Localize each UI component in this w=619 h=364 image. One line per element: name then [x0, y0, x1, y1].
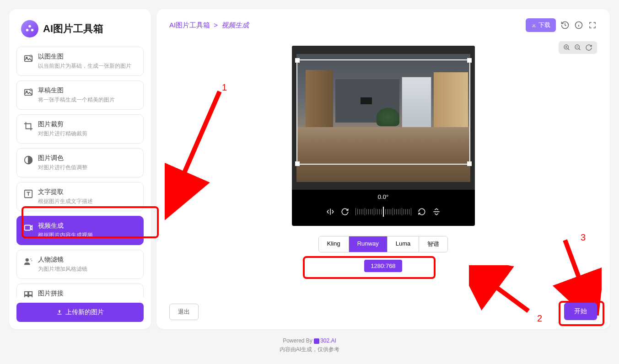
download-label: 下载 — [538, 21, 550, 29]
svg-point-14 — [31, 260, 32, 261]
tool-list: 以图生图以当前图片为基础，生成一张新的图片 草稿生图将一张手稿生成一个精美的图片… — [16, 47, 144, 297]
svg-rect-15 — [25, 292, 28, 295]
sidebar: AI图片工具箱 以图生图以当前图片为基础，生成一张新的图片 草稿生图将一张手稿生… — [9, 9, 151, 329]
crop-handle-tr[interactable] — [467, 58, 472, 63]
logo-row: AI图片工具箱 — [16, 16, 144, 47]
upload-button[interactable]: 上传新的图片 — [16, 303, 144, 322]
editor-controls — [292, 200, 475, 226]
tool-title: 文字提取 — [38, 188, 93, 196]
tool-item-text-extract[interactable]: 文字提取根据图片生成文字描述 — [16, 182, 144, 211]
tool-item-video-gen[interactable]: 视频生成根据图片内容生成视频 — [16, 216, 144, 245]
svg-point-1 — [26, 29, 29, 32]
image-canvas[interactable] — [292, 46, 475, 190]
app-title: AI图片工具箱 — [43, 22, 103, 36]
page-footer: Powered By 302.AI 内容由AI生成，仅供参考 — [9, 337, 610, 353]
breadcrumb-root[interactable]: AI图片工具箱 — [169, 21, 210, 29]
svg-point-2 — [31, 29, 34, 32]
model-tab-zhipu[interactable]: 智谱 — [419, 236, 447, 252]
disclaimer: 内容由AI生成，仅供参考 — [9, 346, 610, 353]
tool-desc: 以当前图片为基础，生成一张新的图片 — [38, 62, 131, 70]
svg-point-13 — [31, 259, 32, 260]
crop-handle-tl[interactable] — [295, 58, 300, 63]
image-editor: 0.0° — [292, 46, 475, 226]
upload-label: 上传新的图片 — [65, 308, 104, 316]
person-icon — [23, 257, 33, 267]
tool-title: 以图生图 — [38, 53, 131, 61]
zoom-in-icon[interactable] — [563, 44, 571, 51]
tool-title: 图片调色 — [38, 154, 87, 162]
rotate-right-icon[interactable] — [341, 208, 349, 216]
brand-name[interactable]: 302.AI — [320, 337, 336, 344]
tool-item-sketch-to-image[interactable]: 草稿生图将一张手稿生成一个精美的图片 — [16, 80, 144, 110]
tool-title: 草稿生图 — [38, 86, 115, 95]
flip-horizontal-icon[interactable] — [326, 208, 334, 216]
download-button[interactable]: 下载 — [526, 18, 556, 32]
image-icon — [23, 54, 33, 64]
download-icon — [531, 22, 537, 28]
crop-rectangle[interactable] — [296, 59, 470, 165]
tool-desc: 将一张手稿生成一个精美的图片 — [38, 96, 115, 104]
content: 0.0° — [169, 41, 597, 303]
header: AI图片工具箱 > 视频生成 下载 — [169, 18, 597, 32]
breadcrumb-sep: > — [214, 21, 218, 29]
zoom-out-icon[interactable] — [574, 44, 581, 51]
tool-title: 人物滤镜 — [38, 256, 87, 264]
contrast-icon — [23, 155, 33, 165]
powered-by-label: Powered By — [283, 337, 312, 344]
svg-rect-16 — [29, 292, 32, 295]
breadcrumb-current: 视频生成 — [221, 21, 249, 29]
model-tab-luma[interactable]: Luma — [388, 236, 420, 252]
tool-item-crop[interactable]: 图片裁剪对图片进行精确裁剪 — [16, 114, 144, 144]
angle-section: 0.0° — [292, 190, 475, 200]
tool-desc: 对图片进行精确裁剪 — [38, 130, 87, 138]
annotation-label-1: 1 — [222, 82, 227, 93]
svg-rect-11 — [25, 225, 31, 230]
text-icon — [23, 189, 33, 199]
breadcrumb: AI图片工具箱 > 视频生成 — [169, 21, 249, 30]
svg-rect-18 — [29, 296, 32, 297]
angle-ruler[interactable] — [355, 207, 411, 217]
tool-desc: 为图片增加风格滤镜 — [38, 265, 87, 273]
svg-rect-17 — [25, 296, 28, 297]
crop-handle-br[interactable] — [467, 161, 472, 166]
tool-title: 图片裁剪 — [38, 120, 87, 128]
crop-handle-bl[interactable] — [295, 161, 300, 166]
resolution-tag[interactable]: 1280:768 — [364, 260, 402, 272]
logo-icon — [21, 20, 38, 37]
svg-point-0 — [28, 25, 31, 28]
tool-desc: 根据图片内容生成视频 — [38, 231, 93, 239]
grid-icon — [23, 290, 33, 297]
tool-item-portrait-filter[interactable]: 人物滤镜为图片增加风格滤镜 — [16, 250, 144, 279]
tool-item-image-to-image[interactable]: 以图生图以当前图片为基础，生成一张新的图片 — [16, 47, 144, 76]
model-tab-runway[interactable]: Runway — [349, 236, 388, 252]
svg-line-24 — [565, 240, 588, 302]
start-button[interactable]: 开始 — [564, 303, 597, 320]
history-icon[interactable] — [560, 21, 570, 30]
sketch-icon — [23, 87, 33, 97]
angle-label: 0.0° — [378, 193, 388, 200]
upload-icon — [56, 309, 63, 316]
model-tabs: Kling Runway Luma 智谱 — [318, 236, 448, 252]
zoom-controls — [559, 41, 597, 54]
tool-title: 视频生成 — [38, 222, 93, 230]
refresh-icon[interactable] — [585, 44, 592, 51]
tool-title: 图片拼接 — [38, 289, 93, 297]
flip-vertical-icon[interactable] — [432, 208, 441, 216]
footer: 退出 开始 — [169, 303, 597, 320]
info-icon[interactable] — [574, 21, 583, 30]
tool-item-stitch[interactable]: 图片拼接将多张图片拼接成一张 — [16, 284, 144, 297]
model-tab-kling[interactable]: Kling — [319, 236, 349, 252]
annotation-arrow-1 — [165, 87, 238, 224]
video-icon — [23, 223, 33, 233]
exit-button[interactable]: 退出 — [169, 304, 199, 320]
undo-icon[interactable] — [418, 208, 426, 216]
header-actions: 下载 — [526, 18, 597, 32]
svg-point-12 — [26, 258, 29, 262]
tool-item-color[interactable]: 图片调色对图片进行色值调整 — [16, 148, 144, 177]
svg-line-22 — [174, 91, 220, 197]
fullscreen-icon[interactable] — [588, 21, 597, 30]
annotation-label-2: 2 — [537, 313, 542, 324]
tool-desc: 根据图片生成文字描述 — [38, 198, 93, 205]
annotation-label-3: 3 — [581, 232, 586, 243]
main-panel: AI图片工具箱 > 视频生成 下载 — [156, 9, 610, 329]
